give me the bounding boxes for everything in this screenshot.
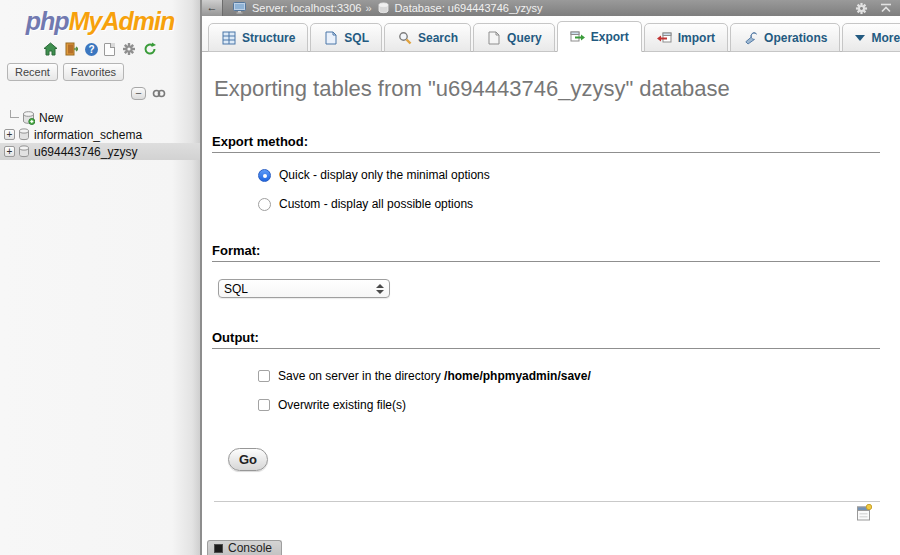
tab-label: Query: [507, 31, 542, 45]
recent-button[interactable]: Recent: [7, 63, 58, 81]
tab-label: Structure: [242, 31, 295, 45]
export-icon: [570, 29, 585, 44]
database-icon: [18, 145, 30, 158]
tab-label: More: [871, 31, 900, 45]
tree-item-label: u694443746_yzysy: [34, 145, 137, 159]
export-method-option-custom[interactable]: Custom - display all possible options: [258, 197, 882, 211]
unlink-panel-icon[interactable]: [152, 89, 166, 98]
tab-query[interactable]: Query: [473, 23, 555, 52]
logout-icon[interactable]: [64, 42, 79, 57]
settings-gear-icon[interactable]: [121, 42, 136, 57]
collapse-menu-icon[interactable]: [880, 3, 892, 13]
select-arrows-icon: [376, 284, 384, 294]
format-select[interactable]: SQL: [218, 279, 390, 298]
output-option-overwrite[interactable]: Overwrite existing file(s): [258, 398, 882, 412]
tree-item-label: New: [39, 111, 63, 125]
output-option-save-on-server[interactable]: Save on server in the directory /home/ph…: [258, 369, 882, 383]
content-divider: [214, 501, 880, 502]
home-icon[interactable]: [43, 42, 58, 57]
console-label: Console: [228, 541, 272, 555]
page-title: Exporting tables from "u694443746_yzysy"…: [214, 76, 882, 102]
console-toggle[interactable]: Console: [207, 540, 282, 555]
custom-radio-label: Custom - display all possible options: [279, 197, 473, 211]
collapse-all-button[interactable]: −: [131, 87, 146, 100]
breadcrumb-separator: »: [365, 2, 371, 14]
export-page-content: Exporting tables from "u694443746_yzysy"…: [202, 76, 900, 521]
database-icon: [378, 2, 389, 14]
breadcrumb-server[interactable]: Server: localhost:3306: [252, 2, 361, 14]
new-database-icon: [22, 111, 35, 125]
overwrite-label: Overwrite existing file(s): [278, 398, 406, 412]
main-panel: ← Server: localhost:3306 » Database: u69…: [202, 0, 900, 555]
expand-plus-icon[interactable]: +: [4, 129, 15, 140]
quick-radio[interactable]: [258, 169, 271, 182]
server-icon: [233, 2, 246, 14]
new-window-row: [212, 504, 872, 521]
tab-more[interactable]: More: [842, 23, 900, 52]
tab-label: Import: [678, 31, 715, 45]
go-button[interactable]: Go: [228, 448, 268, 471]
export-method-option-quick[interactable]: Quick - display only the minimal options: [258, 168, 882, 182]
database-tab-bar: Structure SQL Search Query: [202, 16, 900, 52]
tree-item-current-database[interactable]: + u694443746_yzysy: [0, 143, 200, 160]
save-directory-path: /home/phpmyadmin/save/: [444, 369, 591, 383]
sidebar-icon-toolbar: ?: [0, 41, 200, 57]
expand-plus-icon[interactable]: +: [4, 146, 15, 157]
tab-label: Operations: [764, 31, 827, 45]
back-button[interactable]: ←: [202, 0, 223, 16]
sql-icon: [323, 30, 338, 45]
open-new-window-icon[interactable]: [857, 504, 872, 521]
import-icon: [657, 30, 672, 45]
export-method-section-title: Export method:: [212, 134, 880, 153]
tab-sql[interactable]: SQL: [310, 23, 382, 52]
favorites-button[interactable]: Favorites: [63, 63, 124, 81]
query-icon: [486, 30, 501, 45]
help-icon[interactable]: ?: [85, 43, 98, 56]
search-icon: [397, 30, 412, 45]
tab-label: Export: [591, 30, 629, 44]
navigation-sidebar: phpMyAdmin ? Recent Favorites −: [0, 0, 202, 555]
save-on-server-checkbox[interactable]: [258, 370, 270, 382]
chevron-down-icon: [855, 35, 865, 41]
structure-icon: [221, 30, 236, 45]
overwrite-checkbox[interactable]: [258, 399, 270, 411]
tree-panel-controls: −: [0, 87, 200, 100]
page-settings-gear-icon[interactable]: [855, 2, 868, 15]
tab-export[interactable]: Export: [557, 21, 642, 52]
database-icon: [18, 128, 30, 141]
tree-item-label: information_schema: [34, 128, 142, 142]
tab-label: SQL: [344, 31, 369, 45]
tab-label: Search: [418, 31, 458, 45]
output-section-title: Output:: [212, 330, 880, 349]
sidebar-quick-access: Recent Favorites: [0, 63, 200, 81]
phpmyadmin-logo[interactable]: phpMyAdmin: [0, 0, 200, 36]
tree-branch-line: [10, 110, 19, 118]
custom-radio[interactable]: [258, 198, 271, 211]
logo-text-myadmin: MyAdmin: [69, 7, 175, 35]
tab-operations[interactable]: Operations: [730, 23, 840, 52]
save-on-server-label: Save on server in the directory /home/ph…: [278, 369, 591, 383]
tab-import[interactable]: Import: [644, 23, 728, 52]
breadcrumb-database[interactable]: Database: u694443746_yzysy: [395, 2, 543, 14]
logo-text-php: php: [26, 7, 69, 35]
server-breadcrumb-bar: ← Server: localhost:3306 » Database: u69…: [202, 0, 900, 16]
quick-radio-label: Quick - display only the minimal options: [279, 168, 490, 182]
tab-structure[interactable]: Structure: [208, 23, 308, 52]
operations-wrench-icon: [743, 30, 758, 45]
refresh-icon[interactable]: [142, 42, 157, 57]
format-selected-value: SQL: [224, 282, 248, 296]
tree-item-new-database[interactable]: New: [0, 109, 200, 126]
database-tree: New + information_schema + u694443746_yz…: [0, 109, 200, 160]
tab-search[interactable]: Search: [384, 23, 471, 52]
tree-item-information-schema[interactable]: + information_schema: [0, 126, 200, 143]
documentation-icon[interactable]: [104, 43, 115, 56]
format-section-title: Format:: [212, 243, 880, 262]
console-icon: [214, 544, 223, 553]
